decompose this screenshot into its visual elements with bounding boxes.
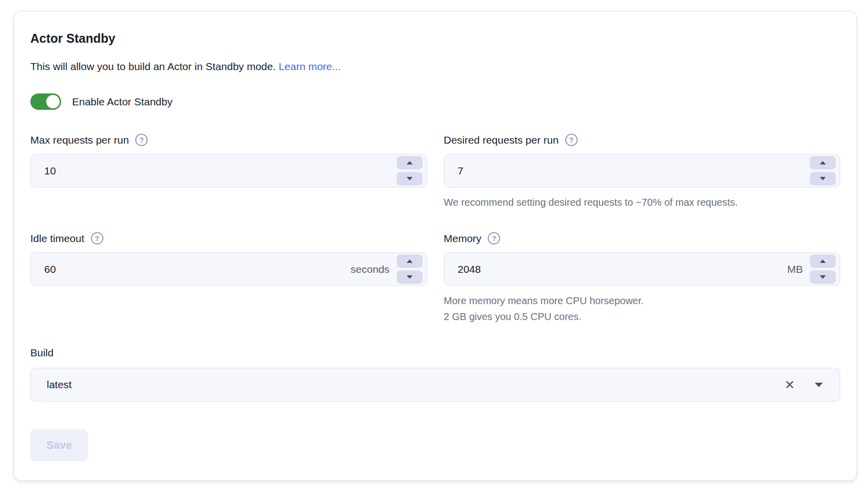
panel-description: This will allow you to build an Actor in… [30, 59, 840, 74]
idle-timeout-label: Idle timeout [30, 231, 85, 246]
memory-label: Memory [444, 231, 482, 246]
spinner-down-button[interactable] [397, 172, 423, 185]
field-build: Build latest ✕ [30, 345, 840, 402]
actor-standby-panel: Actor Standby This will allow you to bui… [13, 11, 857, 481]
chevron-down-icon[interactable] [815, 383, 823, 387]
field-label-row: Idle timeout ? [30, 231, 427, 246]
desired-requests-input[interactable] [444, 155, 810, 187]
desired-requests-label: Desired requests per run [444, 133, 559, 147]
save-button[interactable]: Save [30, 429, 88, 461]
field-label-row: Desired requests per run ? [444, 133, 841, 147]
memory-hint-line-1: More memory means more CPU horsepower. [444, 293, 841, 309]
field-memory: Memory ? MB More memory means more CPU h… [444, 231, 841, 325]
spinner-down-button[interactable] [397, 270, 423, 284]
field-label-row: Memory ? [444, 231, 841, 246]
learn-more-link[interactable]: Learn more... [279, 61, 341, 72]
memory-hint-line-2: 2 GB gives you 0.5 CPU cores. [444, 309, 841, 325]
build-select-value: latest [47, 379, 784, 391]
spinner-up-button[interactable] [810, 156, 836, 169]
idle-timeout-input-box: seconds [30, 252, 427, 286]
panel-title: Actor Standby [30, 30, 840, 46]
max-requests-input-box [30, 154, 427, 187]
spinner-up-button[interactable] [397, 254, 423, 268]
fields-grid: Max requests per run ? Desired requests … [30, 133, 840, 325]
arrow-down-icon [820, 275, 826, 279]
idle-timeout-unit: seconds [350, 263, 389, 275]
idle-timeout-input[interactable] [31, 253, 350, 285]
arrow-up-icon [407, 259, 413, 263]
desired-requests-input-box [444, 154, 841, 187]
toggle-label: Enable Actor Standby [72, 96, 173, 108]
build-select[interactable]: latest ✕ [30, 368, 840, 402]
memory-hint: More memory means more CPU horsepower. 2… [444, 293, 841, 325]
arrow-down-icon [820, 177, 826, 180]
arrow-up-icon [407, 161, 413, 164]
arrow-up-icon [820, 259, 826, 263]
memory-input[interactable] [444, 253, 787, 285]
max-requests-label: Max requests per run [30, 133, 129, 147]
enable-standby-toggle[interactable] [30, 93, 61, 110]
spinner [810, 156, 836, 185]
spinner-down-button[interactable] [810, 172, 836, 185]
memory-unit: MB [787, 263, 803, 275]
clear-icon[interactable]: ✕ [784, 379, 795, 391]
max-requests-input[interactable] [31, 155, 397, 187]
memory-input-box: MB [444, 252, 841, 286]
spinner-down-button[interactable] [810, 270, 836, 284]
spinner-up-button[interactable] [397, 156, 423, 169]
spinner [397, 254, 423, 284]
description-text: This will allow you to build an Actor in… [30, 61, 276, 72]
field-label-row: Max requests per run ? [30, 133, 427, 147]
build-label: Build [30, 345, 840, 360]
field-idle-timeout: Idle timeout ? seconds [30, 231, 427, 286]
help-icon[interactable]: ? [91, 232, 103, 245]
spinner [810, 254, 836, 284]
arrow-down-icon [407, 177, 413, 180]
help-icon[interactable]: ? [488, 232, 500, 245]
help-icon[interactable]: ? [565, 134, 578, 146]
enable-standby-row: Enable Actor Standby [30, 93, 840, 110]
field-desired-requests: Desired requests per run ? We recommend … [444, 133, 841, 210]
field-max-requests: Max requests per run ? [30, 133, 427, 187]
toggle-knob [46, 95, 60, 108]
arrow-up-icon [820, 161, 826, 164]
spinner [397, 156, 423, 185]
desired-requests-hint: We recommend setting desired requests to… [444, 194, 841, 210]
spinner-up-button[interactable] [810, 254, 836, 268]
arrow-down-icon [407, 275, 413, 279]
help-icon[interactable]: ? [135, 134, 148, 146]
